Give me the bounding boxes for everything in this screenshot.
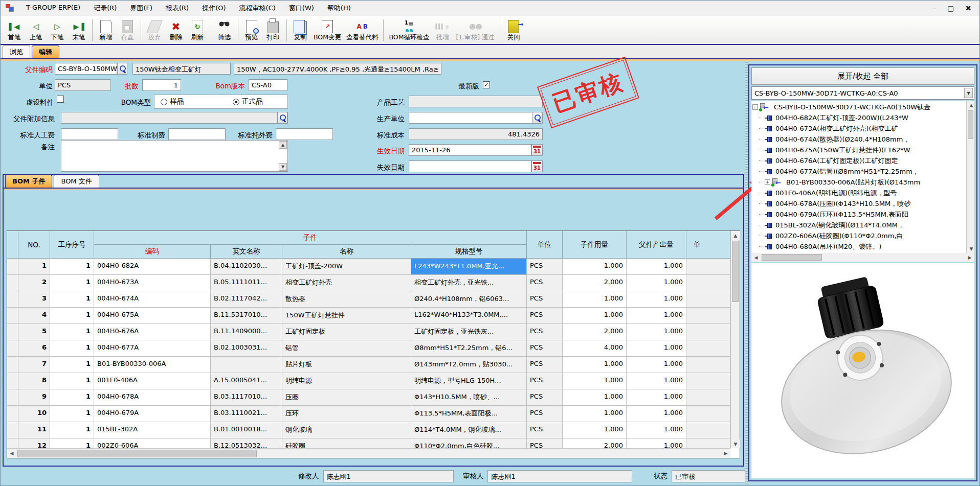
- cell-code[interactable]: 004H0-679A: [94, 406, 211, 422]
- cell-name[interactable]: 工矿灯固定板: [282, 324, 411, 340]
- col-parent-qty[interactable]: 父件产出量: [627, 231, 686, 259]
- cell-qty[interactable]: 1.000: [563, 389, 627, 406]
- table-row[interactable]: 5 1 004H0-676A B.11.1409000... 工矿灯固定板 工矿…: [7, 324, 730, 340]
- cell-en-name[interactable]: B.03.1110021...: [211, 406, 282, 422]
- cell-spec[interactable]: 明纬电源，型号HLG-150H...: [411, 373, 527, 389]
- cell-seq[interactable]: 1: [50, 340, 94, 357]
- row-selector-cell[interactable]: [7, 291, 18, 308]
- row-selector-cell[interactable]: [7, 340, 18, 357]
- cell-extra[interactable]: [686, 291, 730, 308]
- tree-node[interactable]: + ← B01-BYB00330-006A(贴片灯板)(Ø143mm: [752, 177, 966, 188]
- cell-unit[interactable]: PCS: [527, 406, 563, 422]
- cell-name[interactable]: 工矿灯-顶盖-200W: [282, 259, 411, 275]
- cell-extra[interactable]: [686, 308, 730, 324]
- cell-no[interactable]: 7: [18, 357, 50, 373]
- row-selector-cell[interactable]: [7, 438, 18, 448]
- cell-name[interactable]: 铝管: [282, 340, 411, 357]
- cell-unit[interactable]: PCS: [527, 275, 563, 291]
- cell-code[interactable]: 001F0-406A: [94, 373, 211, 389]
- cell-no[interactable]: 8: [18, 373, 50, 389]
- tree-node[interactable]: 004H0-680A(吊环)(M20、镀锌。): [752, 241, 966, 252]
- cell-name[interactable]: 明纬电源: [282, 373, 411, 389]
- toolbar-button-next-record[interactable]: 下笔: [47, 17, 68, 43]
- toolbar-button-new[interactable]: 新增: [95, 17, 117, 43]
- cell-seq[interactable]: 1: [50, 389, 94, 406]
- row-selector-cell[interactable]: [7, 275, 18, 291]
- cell-spec[interactable]: Φ110*Φ2.0mm,白色硅胶...: [411, 438, 527, 448]
- cell-extra[interactable]: [686, 422, 730, 438]
- toolbar-button-filter[interactable]: 筛选: [214, 17, 235, 43]
- cell-spec[interactable]: Ø114*T4.0MM，钢化玻璃...: [411, 422, 527, 438]
- cell-no[interactable]: 12: [18, 438, 50, 448]
- table-row[interactable]: 4 1 004H0-675A B.11.5317010... 150W工矿灯悬挂…: [7, 308, 730, 324]
- cell-qty[interactable]: 2.000: [563, 275, 627, 291]
- cell-code[interactable]: 004H0-676A: [94, 324, 211, 340]
- tab-edit[interactable]: 编辑: [32, 45, 59, 58]
- cell-no[interactable]: 2: [18, 275, 50, 291]
- cell-seq[interactable]: 1: [50, 324, 94, 340]
- parent-code-input[interactable]: CS-BYB-O-150MW-3: [55, 63, 117, 75]
- scroll-right-icon[interactable]: ▶: [721, 449, 730, 458]
- cell-en-name[interactable]: B.01.0010018...: [211, 422, 282, 438]
- tree-node[interactable]: 004H0-682A(工矿灯-顶盖-200W)(L243*W: [752, 112, 966, 123]
- table-row[interactable]: 12 1 002Z0-606A B.12.0513032... 硅胶圈 Φ110…: [7, 438, 730, 448]
- cell-parent-qty[interactable]: 1.000: [627, 422, 686, 438]
- cell-unit[interactable]: PCS: [527, 373, 563, 389]
- cell-code[interactable]: 002Z0-606A: [94, 438, 211, 448]
- scroll-down-icon[interactable]: ▼: [731, 439, 740, 448]
- toolbar-button-copy[interactable]: 复制: [289, 17, 311, 43]
- cell-parent-qty[interactable]: 1.000: [627, 340, 686, 357]
- cell-code[interactable]: 004H0-682A: [94, 259, 211, 275]
- toolbar-button-prev-record[interactable]: 上笔: [25, 17, 47, 43]
- cell-seq[interactable]: 1: [50, 406, 94, 422]
- cell-name[interactable]: 硅胶圈: [282, 438, 411, 448]
- cell-extra[interactable]: [686, 340, 730, 357]
- cell-extra[interactable]: [686, 357, 730, 373]
- cell-en-name[interactable]: B.12.0513032...: [211, 438, 282, 448]
- cell-seq[interactable]: 1: [50, 357, 94, 373]
- toolbar-button-close-door[interactable]: 关闭: [503, 17, 524, 43]
- tree-node[interactable]: 004H0-676A(工矿灯固定板)(工矿灯固定: [752, 155, 966, 166]
- cell-seq[interactable]: 1: [50, 438, 94, 448]
- cell-name[interactable]: 压环: [282, 406, 411, 422]
- scrollbar-thumb[interactable]: [17, 450, 257, 457]
- bom-version-input[interactable]: CS-A0: [249, 79, 287, 91]
- menu-item-5[interactable]: 流程审核(C): [233, 1, 282, 15]
- latest-version-checkbox[interactable]: [483, 81, 490, 88]
- cell-spec[interactable]: 相变工矿灯外壳，亚光铁...: [411, 275, 527, 291]
- cell-no[interactable]: 9: [18, 389, 50, 406]
- cell-en-name[interactable]: [211, 357, 282, 373]
- tree-horizontal-scrollbar[interactable]: ◀ ▶: [751, 253, 974, 262]
- cell-seq[interactable]: 1: [50, 373, 94, 389]
- cell-name[interactable]: 钢化玻璃: [282, 422, 411, 438]
- outsource-cost-input[interactable]: [276, 128, 333, 140]
- cell-qty[interactable]: 1.000: [563, 357, 627, 373]
- cell-extra[interactable]: [686, 324, 730, 340]
- cell-qty[interactable]: 1.000: [563, 308, 627, 324]
- scroll-down-icon[interactable]: ▼: [279, 163, 287, 171]
- bom-type-formal-option[interactable]: 正式品: [233, 97, 263, 106]
- expire-date-calendar-button[interactable]: 31: [531, 160, 543, 172]
- table-horizontal-scrollbar[interactable]: ◀ ▶: [7, 448, 730, 458]
- chevron-down-icon[interactable]: ▼: [964, 88, 973, 98]
- cell-spec[interactable]: Ø240.4*H108mm，铝6063...: [411, 291, 527, 308]
- cell-code[interactable]: 004H0-674A: [94, 291, 211, 308]
- tree-node[interactable]: 004H0-677A(铝管)(Ø8mm*H51*T2.25mm，: [752, 166, 966, 177]
- cell-en-name[interactable]: B.02.1003031...: [211, 340, 282, 357]
- cell-unit[interactable]: PCS: [527, 324, 563, 340]
- col-code[interactable]: 编码: [94, 245, 211, 259]
- tree-node[interactable]: 004H0-678A(压圈)(Φ143*H10.5MM，喷砂: [752, 198, 966, 209]
- table-row[interactable]: 10 1 004H0-679A B.03.1110021... 压环 Φ113.…: [7, 406, 730, 422]
- tab-bom-files[interactable]: BOM 文件: [54, 175, 99, 188]
- cell-no[interactable]: 6: [18, 340, 50, 357]
- cell-spec[interactable]: Φ143*H10.5MM，喷砂、...: [411, 389, 527, 406]
- cell-no[interactable]: 5: [18, 324, 50, 340]
- scroll-up-icon[interactable]: ▲: [279, 141, 287, 149]
- col-extra[interactable]: 单: [686, 231, 730, 259]
- cell-seq[interactable]: 1: [50, 291, 94, 308]
- bom-type-sample-option[interactable]: 样品: [161, 97, 184, 106]
- cell-no[interactable]: 10: [18, 406, 50, 422]
- cell-seq[interactable]: 1: [50, 275, 94, 291]
- toolbar-button-bom-change[interactable]: BOM变更: [311, 17, 344, 43]
- cell-parent-qty[interactable]: 1.000: [627, 406, 686, 422]
